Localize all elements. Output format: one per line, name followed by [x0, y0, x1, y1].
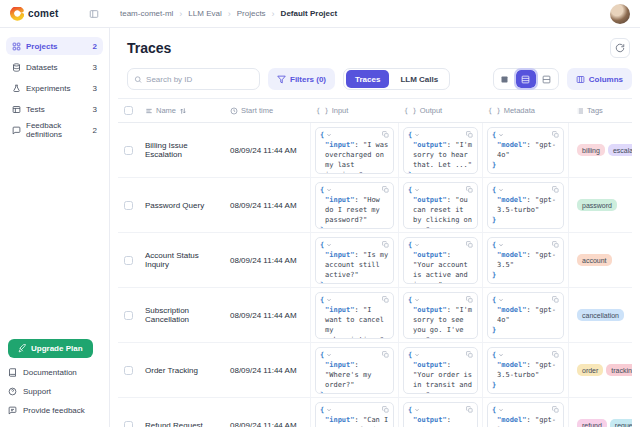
user-avatar[interactable] [610, 4, 630, 24]
search-input[interactable] [146, 75, 253, 84]
metadata-json-preview[interactable]: { model: gpt-3.5-turbo } [487, 182, 564, 229]
chevron-down-icon[interactable] [326, 407, 332, 413]
tag[interactable]: request [610, 419, 632, 427]
chevron-down-icon[interactable] [414, 187, 420, 193]
chevron-down-icon[interactable] [498, 187, 504, 193]
row-height-large-button[interactable] [537, 70, 557, 88]
column-header-metadata[interactable]: Metadata [482, 106, 568, 115]
chevron-down-icon[interactable] [326, 352, 332, 358]
output-json-preview[interactable]: { output: I've submitted your refund req… [403, 402, 478, 427]
tab-llm-calls[interactable]: LLM Calls [391, 70, 447, 88]
columns-button[interactable]: Columns [567, 68, 632, 90]
table-row[interactable]: Subscription Cancellation 08/09/24 11:44… [118, 288, 632, 343]
output-json-preview[interactable]: { output: Your order is in transit and .… [403, 347, 478, 394]
column-header-output[interactable]: Output [398, 106, 482, 115]
copy-icon[interactable] [552, 241, 559, 248]
sort-icon[interactable] [179, 107, 187, 115]
sidebar-item-feedback-definitions[interactable]: Feedback definitions 2 [6, 121, 103, 139]
table-row[interactable]: Password Query 08/09/24 11:44 AM { input… [118, 178, 632, 233]
copy-icon[interactable] [466, 296, 473, 303]
metadata-json-preview[interactable]: { model: gpt-4o } [487, 127, 564, 174]
trace-name[interactable]: Account Status Inquiry [138, 233, 222, 287]
tag[interactable]: password [577, 199, 617, 211]
tag[interactable]: billing [577, 144, 605, 156]
tag[interactable]: refund [577, 419, 607, 427]
upgrade-plan-button[interactable]: Upgrade Plan [8, 339, 93, 358]
chevron-down-icon[interactable] [414, 242, 420, 248]
copy-icon[interactable] [466, 351, 473, 358]
copy-icon[interactable] [382, 186, 389, 193]
chevron-down-icon[interactable] [498, 407, 504, 413]
tag[interactable]: escalation [608, 144, 632, 156]
input-json-preview[interactable]: { input: Is my account still active? } [315, 237, 394, 284]
breadcrumb-item[interactable]: LLM Eval [188, 9, 221, 18]
table-row[interactable]: Order Tracking 08/09/24 11:44 AM { input… [118, 343, 632, 398]
row-checkbox[interactable] [124, 421, 133, 427]
sidebar-item-provide-feedback[interactable]: Provide feedback [8, 406, 101, 415]
tag[interactable]: account [577, 254, 612, 266]
search-box[interactable] [127, 68, 260, 90]
breadcrumb-item[interactable]: Projects [237, 9, 266, 18]
copy-icon[interactable] [466, 186, 473, 193]
tag[interactable]: tracking [606, 364, 632, 376]
input-json-preview[interactable]: { input: I was overcharged on my last in… [315, 127, 394, 174]
output-json-preview[interactable]: { output: I'm sorry to hear that. Let ..… [403, 127, 478, 174]
table-row[interactable]: Account Status Inquiry 08/09/24 11:44 AM… [118, 233, 632, 288]
column-header-input[interactable]: Input [310, 106, 398, 115]
input-json-preview[interactable]: { input: How do I reset my password? } [315, 182, 394, 229]
chevron-down-icon[interactable] [326, 297, 332, 303]
input-json-preview[interactable]: { input: Where's my order? } [315, 347, 394, 394]
column-header-start-time[interactable]: Start time [222, 106, 310, 115]
output-json-preview[interactable]: { output: I'm sorry to see you go. I've … [403, 292, 478, 339]
table-row[interactable]: Refund Request 08/09/24 11:44 AM { input… [118, 398, 632, 427]
comet-logo[interactable]: comet [10, 7, 86, 21]
chevron-down-icon[interactable] [414, 352, 420, 358]
sidebar-item-support[interactable]: Support [8, 387, 101, 396]
row-checkbox[interactable] [124, 256, 133, 265]
row-checkbox[interactable] [124, 146, 133, 155]
column-header-name[interactable]: Name [138, 106, 222, 115]
chevron-down-icon[interactable] [498, 242, 504, 248]
chevron-down-icon[interactable] [498, 352, 504, 358]
trace-name[interactable]: Password Query [138, 178, 222, 232]
refresh-button[interactable] [610, 38, 630, 58]
sidebar-item-tests[interactable]: Tests 3 [6, 100, 103, 118]
copy-icon[interactable] [552, 351, 559, 358]
copy-icon[interactable] [382, 351, 389, 358]
trace-name[interactable]: Billing Issue Escalation [138, 123, 222, 177]
column-header-tags[interactable]: Tags [568, 106, 632, 115]
select-all-checkbox[interactable] [124, 106, 133, 115]
sidebar-item-documentation[interactable]: Documentation [8, 368, 101, 377]
sidebar-item-projects[interactable]: Projects 2 [6, 37, 103, 55]
copy-icon[interactable] [466, 406, 473, 413]
copy-icon[interactable] [552, 131, 559, 138]
chevron-down-icon[interactable] [326, 132, 332, 138]
table-row[interactable]: Billing Issue Escalation 08/09/24 11:44 … [118, 123, 632, 178]
input-json-preview[interactable]: { input: Can I get a refund for my last … [315, 402, 394, 427]
row-height-small-button[interactable] [495, 70, 515, 88]
sidebar-item-experiments[interactable]: Experiments 3 [6, 79, 103, 97]
output-json-preview[interactable]: { output: ou can reset it by clicking on… [403, 182, 478, 229]
row-checkbox[interactable] [124, 311, 133, 320]
row-checkbox[interactable] [124, 201, 133, 210]
sidebar-item-datasets[interactable]: Datasets 3 [6, 58, 103, 76]
chevron-down-icon[interactable] [414, 297, 420, 303]
chevron-down-icon[interactable] [414, 132, 420, 138]
copy-icon[interactable] [382, 406, 389, 413]
copy-icon[interactable] [382, 131, 389, 138]
trace-name[interactable]: Order Tracking [138, 343, 222, 397]
chevron-down-icon[interactable] [414, 407, 420, 413]
tag[interactable]: order [577, 364, 603, 376]
chevron-down-icon[interactable] [498, 297, 504, 303]
trace-name[interactable]: Subscription Cancellation [138, 288, 222, 342]
breadcrumb-item-current[interactable]: Default Project [281, 9, 337, 18]
chevron-down-icon[interactable] [498, 132, 504, 138]
chevron-down-icon[interactable] [326, 187, 332, 193]
copy-icon[interactable] [382, 241, 389, 248]
copy-icon[interactable] [552, 186, 559, 193]
copy-icon[interactable] [466, 241, 473, 248]
row-checkbox[interactable] [124, 366, 133, 375]
output-json-preview[interactable]: { output: Your account is active and in … [403, 237, 478, 284]
copy-icon[interactable] [466, 131, 473, 138]
tab-traces[interactable]: Traces [346, 70, 389, 88]
